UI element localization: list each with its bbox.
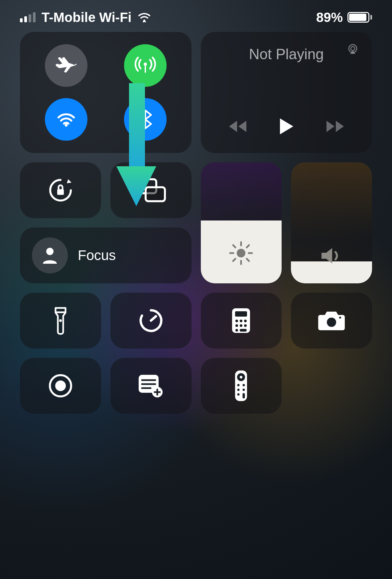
calculator-tile[interactable]: [201, 293, 282, 349]
status-bar-left: T-Mobile Wi-Fi: [20, 10, 151, 25]
flashlight-icon: [53, 306, 68, 335]
svg-point-19: [59, 319, 62, 322]
battery-percent-label: 89%: [316, 10, 343, 25]
record-icon: [48, 373, 73, 399]
timer-tile[interactable]: [110, 293, 192, 349]
svg-line-17: [233, 259, 235, 261]
orientation-lock-icon: [47, 177, 74, 204]
svg-point-10: [237, 249, 245, 257]
svg-point-29: [244, 324, 247, 327]
svg-point-51: [237, 393, 240, 396]
focus-label: Focus: [78, 247, 116, 263]
status-bar: T-Mobile Wi-Fi 89%: [0, 0, 392, 32]
brightness-slider[interactable]: [201, 162, 282, 283]
focus-tile[interactable]: Focus: [20, 227, 192, 283]
svg-line-18: [247, 245, 249, 247]
wifi-icon: [138, 12, 151, 22]
svg-point-25: [240, 320, 242, 322]
svg-point-26: [244, 320, 247, 322]
bluetooth-icon: [139, 109, 152, 130]
svg-point-49: [243, 389, 245, 391]
airplane-mode-toggle[interactable]: [45, 44, 87, 87]
svg-point-32: [327, 318, 336, 327]
media-title: Not Playing: [249, 46, 324, 63]
svg-rect-50: [243, 393, 245, 398]
cellular-signal-icon: [20, 12, 36, 22]
svg-point-0: [143, 20, 145, 22]
media-panel[interactable]: Not Playing: [201, 32, 372, 153]
svg-rect-2: [145, 65, 146, 73]
bluetooth-toggle[interactable]: [124, 98, 167, 141]
camera-icon: [317, 310, 346, 332]
sun-icon: [228, 240, 254, 266]
volume-slider[interactable]: [291, 162, 372, 283]
quick-note-tile[interactable]: [110, 358, 192, 414]
svg-point-35: [55, 380, 66, 391]
play-button[interactable]: [278, 117, 295, 136]
svg-point-33: [339, 317, 341, 319]
timer-icon: [138, 308, 164, 334]
flashlight-tile[interactable]: [20, 293, 101, 349]
carrier-label: T-Mobile Wi-Fi: [42, 10, 132, 25]
svg-point-4: [351, 47, 355, 51]
remote-icon: [234, 369, 248, 402]
speaker-icon: [320, 245, 343, 266]
person-icon: [42, 246, 58, 264]
quick-note-icon: [137, 373, 165, 399]
svg-point-46: [237, 384, 240, 386]
svg-point-28: [240, 324, 242, 327]
calculator-icon: [231, 307, 251, 334]
svg-rect-31: [240, 329, 247, 332]
screen-mirroring-icon: [135, 177, 167, 203]
screen-record-tile[interactable]: [20, 358, 101, 414]
svg-point-24: [235, 320, 238, 322]
svg-point-47: [243, 384, 245, 386]
airplay-icon: [345, 43, 360, 57]
svg-rect-6: [57, 189, 64, 195]
media-controls: [227, 117, 346, 136]
airplane-icon: [56, 55, 76, 76]
svg-rect-8: [146, 187, 165, 201]
rewind-button[interactable]: [227, 119, 248, 134]
apple-tv-remote-tile[interactable]: [201, 358, 282, 414]
svg-point-27: [235, 324, 238, 327]
svg-line-16: [247, 259, 249, 261]
cellular-data-toggle[interactable]: [124, 44, 167, 87]
status-bar-right: 89%: [316, 10, 372, 25]
control-center-grid: Not Playing Foc: [0, 32, 392, 414]
svg-point-9: [46, 248, 54, 255]
wifi-toggle[interactable]: [45, 98, 87, 141]
orientation-lock-tile[interactable]: [20, 162, 101, 218]
svg-point-48: [237, 389, 240, 391]
cellular-antenna-icon: [135, 55, 156, 76]
svg-line-15: [233, 245, 235, 247]
connectivity-panel[interactable]: [20, 32, 192, 153]
fast-forward-button[interactable]: [325, 119, 346, 134]
focus-icon-wrap: [32, 237, 68, 273]
svg-point-45: [240, 376, 242, 378]
svg-line-21: [151, 316, 156, 321]
svg-rect-23: [235, 311, 247, 317]
battery-icon: [347, 12, 372, 23]
svg-point-30: [235, 329, 238, 332]
camera-tile[interactable]: [291, 293, 372, 349]
wifi-icon: [56, 109, 76, 130]
screen-mirroring-tile[interactable]: [110, 162, 192, 218]
svg-point-3: [65, 124, 68, 127]
